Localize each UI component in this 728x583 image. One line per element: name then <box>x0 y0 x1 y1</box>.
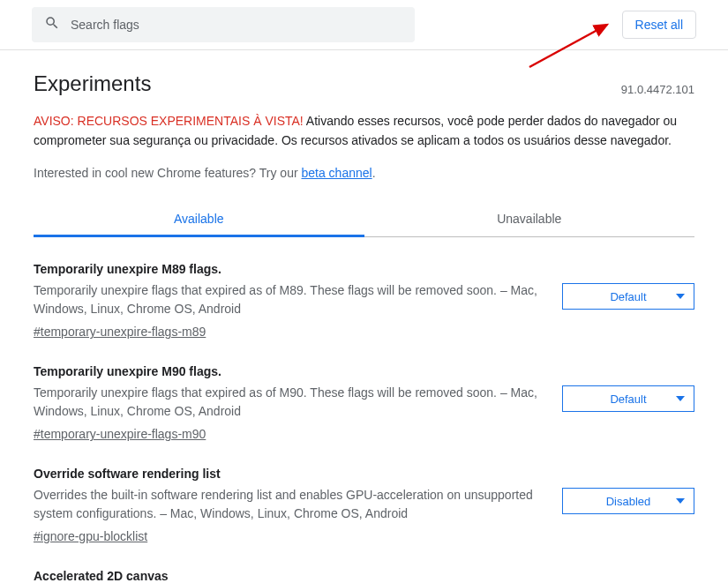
flag-row: Accelerated 2D canvas <box>34 544 694 583</box>
top-bar: Reset all <box>0 0 728 50</box>
flag-description: Overrides the built-in software renderin… <box>34 486 544 523</box>
flag-title: Temporarily unexpire M90 flags. <box>34 364 544 378</box>
search-input[interactable] <box>71 18 402 32</box>
flag-title: Override software rendering list <box>34 467 544 481</box>
flag-anchor-link[interactable]: #temporary-unexpire-flags-m90 <box>34 427 206 441</box>
tab-unavailable[interactable]: Unavailable <box>364 201 695 237</box>
flag-anchor-link[interactable]: #temporary-unexpire-flags-m89 <box>34 325 206 339</box>
warning-red: AVISO: RECURSOS EXPERIMENTAIS À VISTA! <box>34 114 304 128</box>
flag-row: Override software rendering list Overrid… <box>34 442 694 544</box>
flag-row: Temporarily unexpire M89 flags. Temporar… <box>34 237 694 340</box>
flag-list: Temporarily unexpire M89 flags. Temporar… <box>34 237 694 583</box>
flag-anchor-link[interactable]: #ignore-gpu-blocklist <box>34 529 147 543</box>
flag-title: Temporarily unexpire M89 flags. <box>34 262 544 276</box>
search-box[interactable] <box>32 7 415 42</box>
reset-all-button[interactable]: Reset all <box>622 11 696 39</box>
tab-available[interactable]: Available <box>34 201 364 237</box>
warning-text: AVISO: RECURSOS EXPERIMENTAIS À VISTA! A… <box>34 112 694 150</box>
flag-select[interactable]: Default <box>562 283 694 310</box>
flag-select[interactable]: Disabled <box>562 488 694 514</box>
flag-description: Temporarily unexpire flags that expired … <box>34 384 544 421</box>
flag-title: Accelerated 2D canvas <box>34 569 677 583</box>
header-row: Experiments 91.0.4472.101 <box>34 71 694 96</box>
flag-select[interactable]: Default <box>562 385 694 412</box>
tabs: Available Unavailable <box>34 201 694 237</box>
flag-row: Temporarily unexpire M90 flags. Temporar… <box>34 340 694 442</box>
beta-channel-link[interactable]: beta channel <box>301 166 372 180</box>
flag-description: Temporarily unexpire flags that expired … <box>34 281 544 318</box>
promo-prefix: Interested in cool new Chrome features? … <box>34 166 301 180</box>
promo-text: Interested in cool new Chrome features? … <box>34 166 694 180</box>
search-icon <box>44 15 71 34</box>
promo-suffix: . <box>372 166 376 180</box>
version-text: 91.0.4472.101 <box>621 83 694 96</box>
main-container: Experiments 91.0.4472.101 AVISO: RECURSO… <box>0 71 728 583</box>
page-title: Experiments <box>34 71 151 96</box>
